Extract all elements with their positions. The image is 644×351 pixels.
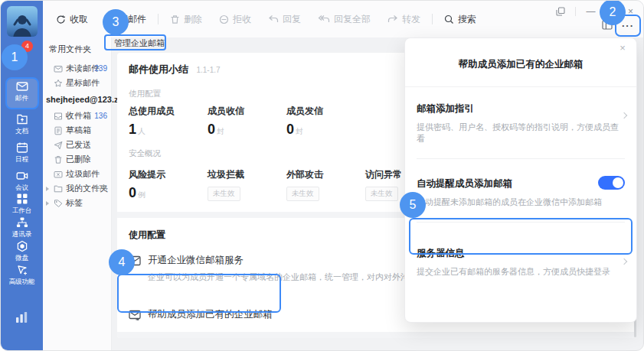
reply-button[interactable]: 回复 (260, 13, 309, 26)
server-info-item[interactable]: 服务器信息 提交企业已有邮箱的服务器信息，方便成员快捷登录 (405, 247, 636, 278)
folder-starred[interactable]: 星标邮件 (43, 76, 111, 90)
toolbar-divider (158, 14, 159, 24)
panel-divider (417, 222, 625, 223)
status-badge: 未生效 (208, 187, 240, 201)
sidebar-item-drive[interactable]: 微盘 (1, 240, 43, 262)
sidebar-item-label: 工作台 (2, 206, 41, 214)
folder-panel: 常用文件夹 未读邮件 239 星标邮件 shejhejeed@123.zr...… (43, 37, 112, 350)
section-separator (117, 332, 635, 338)
sidebar-item-meeting[interactable]: 会议 (1, 170, 43, 191)
hexagon-drive-icon (16, 240, 28, 252)
sidebar-item-advanced[interactable]: 高级功能 (1, 264, 43, 285)
reply-all-button[interactable]: 回复全部 (309, 13, 379, 26)
draft-icon (54, 126, 63, 135)
junk-mail-icon (54, 170, 63, 179)
search-button[interactable]: 搜索 (436, 13, 485, 26)
my-folders-count: 175 (94, 184, 107, 193)
folder-drafts[interactable]: 草稿箱 (43, 123, 111, 138)
sidebar-item-label: 高级功能 (2, 278, 41, 285)
document-icon (16, 113, 28, 125)
inbox-icon (54, 112, 63, 121)
stat-risk: 风险提示 0例 (129, 168, 208, 201)
forward-button[interactable]: 转发 (379, 13, 429, 26)
trash-icon (170, 15, 180, 24)
sidebar-item-label: 文档 (2, 127, 41, 135)
toggle-knob (613, 177, 623, 188)
summary-title: 邮件使用小结 (129, 63, 188, 75)
sidebar-item-label: 微盘 (2, 254, 41, 262)
annotation-circle-1: 1 (2, 44, 28, 70)
reply-icon (268, 15, 279, 24)
auto-remind-item: 自动提醒成员添加邮箱 自动提醒未添加邮箱的成员在企业微信中添加邮箱 (405, 177, 636, 208)
annotation-circle-3: 3 (103, 9, 129, 35)
panel-title: 帮助成员添加已有的企业邮箱 (405, 58, 636, 71)
account-name[interactable]: shejhejeed@123.zr... (43, 90, 111, 109)
add-mailbox-panel: × 帮助成员添加已有的企业邮箱 邮箱添加指引 提供密码、用户名、授权码等的指引说… (404, 37, 637, 323)
folder-my-folders[interactable]: 我的文件夹 175 (43, 181, 111, 196)
app-window: 4 邮件 文档 日程 会议 工作台 通讯录 微盘 (0, 0, 644, 351)
panel-close-icon[interactable]: × (616, 42, 629, 54)
sidebar-item-label: 会议 (2, 184, 41, 191)
annotation-circle-2: 2 (600, 0, 626, 25)
stat-total-members: 总使用成员 1人 (129, 105, 208, 138)
reply-all-icon (318, 15, 330, 24)
org-chart-icon (16, 216, 28, 229)
panel-divider (417, 158, 625, 159)
meeting-icon (16, 170, 28, 182)
avatar[interactable] (7, 6, 38, 37)
delete-button[interactable]: 删除 (162, 13, 211, 26)
folder-inbox[interactable]: 收件箱 136 (43, 109, 111, 123)
sidebar-item-workbench[interactable]: 工作台 (1, 193, 43, 214)
sidebar-item-calendar[interactable]: 日程 (1, 141, 43, 163)
status-badge: 未生效 (286, 187, 319, 201)
close-button[interactable]: × (626, 6, 636, 16)
unread-count: 239 (94, 64, 107, 73)
folder-deleted[interactable]: 已删除 (43, 152, 111, 167)
receive-button[interactable]: 收取 (47, 13, 96, 26)
folder-sent[interactable]: 已发送 (43, 138, 111, 152)
folder-tags[interactable]: 标签 (43, 196, 111, 210)
sparkle-icon (16, 264, 28, 276)
annotation-circle-4: 4 (109, 249, 135, 275)
folder-section-title: 常用文件夹 (43, 41, 111, 61)
sidebar-item-label: 日程 (2, 155, 41, 163)
calendar-icon (16, 141, 28, 154)
trash-icon (54, 155, 63, 164)
statistics-icon[interactable] (15, 311, 28, 327)
mail-icon (16, 80, 28, 93)
search-icon (444, 15, 454, 24)
status-badge: 未生效 (365, 187, 398, 201)
tag-icon (54, 199, 63, 208)
minimize-button[interactable]: — (586, 6, 596, 16)
expand-caret-icon[interactable] (46, 187, 49, 191)
chevron-right-icon (621, 112, 627, 119)
mail-icon (54, 64, 63, 73)
more-button[interactable]: ··· (622, 21, 634, 31)
reject-button[interactable]: 拒收 (211, 13, 260, 26)
auto-remind-toggle[interactable] (598, 176, 625, 190)
sidebar-item-contacts[interactable]: 通讯录 (1, 216, 43, 238)
chevron-right-icon (621, 258, 627, 265)
sidebar-item-docs[interactable]: 文档 (1, 113, 43, 135)
stat-attack: 外部攻击 未生效 (286, 168, 365, 201)
manage-mailbox-tab[interactable]: 管理企业邮箱 (114, 37, 165, 49)
mailbox-guide-item[interactable]: 邮箱添加指引 提供密码、用户名、授权码等的指引说明，方便成员查看 (405, 102, 636, 145)
person-silhouette-icon (11, 12, 33, 37)
block-icon (219, 15, 229, 24)
toolbar: 收取 写邮件 删除 拒收 回复 回复全部 (43, 1, 643, 37)
panel-divider (405, 86, 636, 87)
folder-junk[interactable]: 垃圾邮件 (43, 167, 111, 181)
stat-spam: 垃圾拦截 未生效 (208, 168, 286, 201)
folder-icon (54, 184, 63, 193)
star-icon (54, 79, 63, 88)
popout-icon[interactable] (555, 6, 565, 16)
grid-icon (16, 193, 28, 205)
folder-unread[interactable]: 未读邮件 239 (43, 61, 111, 76)
forward-icon (387, 15, 398, 24)
expand-caret-icon[interactable] (46, 201, 49, 206)
toolbar-divider (432, 14, 433, 24)
stat-received: 成员收信 0封 (208, 105, 286, 138)
annotation-circle-5: 5 (400, 192, 426, 218)
sidebar-item-mail[interactable]: 邮件 (1, 80, 43, 102)
send-icon (54, 141, 63, 150)
